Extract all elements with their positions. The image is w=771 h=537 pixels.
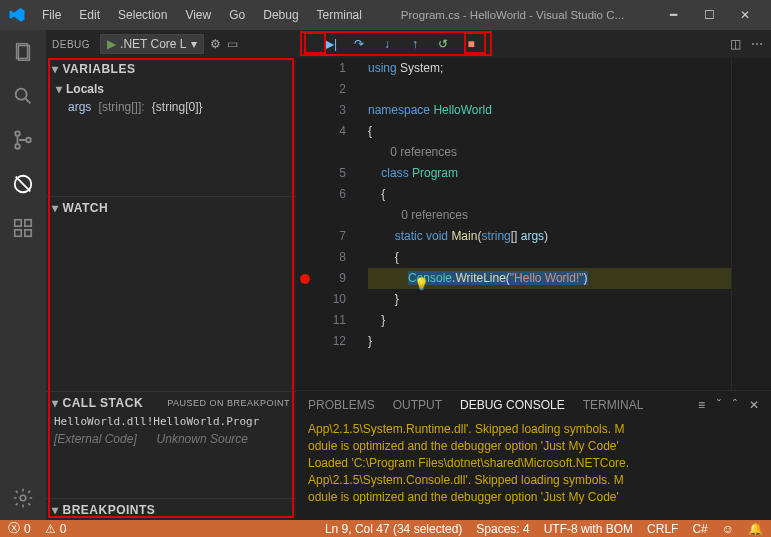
- panel-collapse-icon[interactable]: ˇ: [717, 398, 721, 412]
- status-errors[interactable]: ⓧ 0: [8, 520, 31, 537]
- activity-bar: [0, 30, 46, 520]
- editor-toolbar: ▶| ↷ ↓ ↑ ↺ ■ ◫ ⋯: [296, 30, 771, 58]
- stack-frame[interactable]: HelloWorld.dll!HelloWorld.Progr: [46, 413, 296, 430]
- watch-section-header[interactable]: ▾WATCH: [46, 196, 296, 218]
- tab-terminal[interactable]: TERMINAL: [583, 398, 644, 412]
- maximize-button[interactable]: ☐: [691, 0, 727, 30]
- breakpoints-section-header[interactable]: ▾BREAKPOINTS: [46, 498, 296, 520]
- line-number-gutter: 1234 56 789101112: [314, 58, 356, 390]
- minimap[interactable]: [731, 58, 771, 390]
- svg-point-2: [16, 89, 27, 100]
- panel-expand-icon[interactable]: ˆ: [733, 398, 737, 412]
- play-icon: ▶: [107, 37, 116, 51]
- debug-console-output[interactable]: App\2.1.5\System.Runtime.dll'. Skipped l…: [296, 419, 771, 520]
- svg-rect-8: [15, 230, 21, 236]
- debug-config-name: .NET Core L: [120, 37, 186, 51]
- status-bar: ⓧ 0 ⚠ 0 Ln 9, Col 47 (34 selected) Space…: [0, 520, 771, 537]
- debug-panel-label: DEBUG: [52, 39, 90, 50]
- status-encoding[interactable]: UTF-8 with BOM: [544, 522, 633, 536]
- annotation-box: [300, 31, 492, 56]
- debug-side-panel: DEBUG ▶ .NET Core L ▾ ⚙ ▭ ▾VARIABLES ▾Lo…: [46, 30, 296, 520]
- tab-output[interactable]: OUTPUT: [393, 398, 442, 412]
- split-editor-icon[interactable]: ◫: [730, 37, 741, 51]
- stack-frame-external[interactable]: [External Code] Unknown Source: [46, 430, 296, 448]
- svg-rect-9: [25, 230, 31, 236]
- menu-terminal[interactable]: Terminal: [309, 4, 370, 26]
- menu-file[interactable]: File: [34, 4, 69, 26]
- svg-point-11: [20, 495, 26, 501]
- breakpoint-icon[interactable]: [300, 274, 310, 284]
- search-icon[interactable]: [11, 84, 35, 108]
- locals-header[interactable]: ▾Locals: [46, 80, 296, 98]
- tab-problems[interactable]: PROBLEMS: [308, 398, 375, 412]
- close-button[interactable]: ✕: [727, 0, 763, 30]
- menu-selection[interactable]: Selection: [110, 4, 175, 26]
- menu-view[interactable]: View: [177, 4, 219, 26]
- menu-bar: File Edit Selection View Go Debug Termin…: [34, 4, 370, 26]
- svg-point-5: [26, 138, 31, 143]
- clear-console-icon[interactable]: ≡: [698, 398, 705, 412]
- notifications-icon[interactable]: 🔔: [748, 522, 763, 536]
- chevron-down-icon: ▾: [191, 37, 197, 51]
- editor-area: ▶| ↷ ↓ ↑ ↺ ■ ◫ ⋯ 1234 56: [296, 30, 771, 520]
- feedback-icon[interactable]: ☺: [722, 522, 734, 536]
- start-debug-button[interactable]: ▶ .NET Core L ▾: [100, 34, 203, 54]
- menu-edit[interactable]: Edit: [71, 4, 108, 26]
- bottom-panel: PROBLEMS OUTPUT DEBUG CONSOLE TERMINAL ≡…: [296, 390, 771, 520]
- code-editor[interactable]: 1234 56 789101112 💡 using System; namesp…: [296, 58, 771, 390]
- status-language[interactable]: C#: [692, 522, 707, 536]
- svg-rect-10: [25, 220, 31, 226]
- menu-debug[interactable]: Debug: [255, 4, 306, 26]
- svg-rect-7: [15, 220, 21, 226]
- panel-close-icon[interactable]: ✕: [749, 398, 759, 412]
- menu-go[interactable]: Go: [221, 4, 253, 26]
- tab-debug-console[interactable]: DEBUG CONSOLE: [460, 398, 565, 412]
- explorer-icon[interactable]: [11, 40, 35, 64]
- settings-gear-icon[interactable]: [11, 486, 35, 510]
- vscode-logo-icon: [8, 6, 26, 24]
- variables-section-header[interactable]: ▾VARIABLES: [46, 58, 296, 80]
- panel-tabs: PROBLEMS OUTPUT DEBUG CONSOLE TERMINAL ≡…: [296, 391, 771, 419]
- variable-row[interactable]: args [string[]]: {string[0]}: [46, 98, 296, 116]
- title-bar: File Edit Selection View Go Debug Termin…: [0, 0, 771, 30]
- extensions-icon[interactable]: [11, 216, 35, 240]
- debug-config-gear-icon[interactable]: ⚙: [210, 37, 221, 51]
- debug-icon[interactable]: [11, 172, 35, 196]
- code-content[interactable]: 💡 using System; namespace HelloWorld { 0…: [356, 58, 731, 390]
- status-warnings[interactable]: ⚠ 0: [45, 522, 67, 536]
- callstack-section-header[interactable]: ▾CALL STACK PAUSED ON BREAKPOINT: [46, 391, 296, 413]
- lightbulb-icon[interactable]: 💡: [414, 274, 429, 295]
- more-actions-icon[interactable]: ⋯: [751, 37, 763, 51]
- source-control-icon[interactable]: [11, 128, 35, 152]
- svg-point-3: [15, 131, 20, 136]
- minimize-button[interactable]: ━: [655, 0, 691, 30]
- debug-console-toggle-icon[interactable]: ▭: [227, 37, 238, 51]
- svg-point-4: [15, 144, 20, 149]
- status-cursor-pos[interactable]: Ln 9, Col 47 (34 selected): [325, 522, 462, 536]
- status-eol[interactable]: CRLF: [647, 522, 678, 536]
- window-title: Program.cs - HelloWorld - Visual Studio …: [370, 9, 655, 21]
- status-indent[interactable]: Spaces: 4: [476, 522, 529, 536]
